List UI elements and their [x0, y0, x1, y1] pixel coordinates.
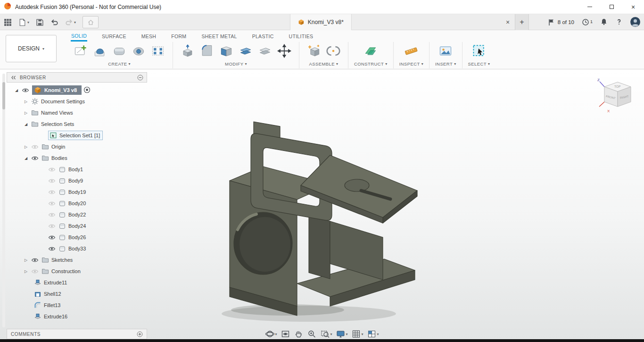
expanded-arrow-icon[interactable]: ◢	[23, 122, 29, 126]
user-avatar[interactable]	[630, 17, 640, 28]
browser-item-extrude16[interactable]: Extrude16	[7, 311, 147, 322]
visibility-eye-icon[interactable]	[31, 258, 40, 263]
minimize-button[interactable]	[579, 0, 601, 14]
tab-sheet-metal[interactable]: SHEET METAL	[201, 32, 237, 41]
look-at-button[interactable]	[281, 329, 290, 339]
group-label-assemble[interactable]: ASSEMBLE▾	[309, 61, 339, 67]
visibility-eye-icon[interactable]	[48, 178, 57, 184]
offset-face-button[interactable]	[256, 42, 274, 60]
maximize-button[interactable]	[601, 0, 622, 14]
view-cube[interactable]: Z X TOP FRONT RIGHT	[596, 76, 639, 120]
group-label-modify[interactable]: MODIFY▾	[225, 61, 247, 67]
collapsed-arrow-icon[interactable]: ▷	[23, 269, 29, 274]
browser-item-fillet13[interactable]: Fillet13	[7, 300, 147, 311]
browser-item-construction[interactable]: ▷Construction	[7, 266, 147, 277]
browser-item-body20[interactable]: Body20	[7, 198, 147, 209]
create-form-button[interactable]	[91, 42, 109, 60]
browser-item-extrude11[interactable]: Extrude11	[7, 277, 147, 288]
collapsed-arrow-icon[interactable]: ▷	[23, 100, 29, 104]
browser-item-origin[interactable]: ▷Origin	[7, 141, 147, 152]
group-label-create[interactable]: CREATE▾	[108, 61, 131, 67]
pan-button[interactable]	[294, 329, 303, 339]
add-comment-icon[interactable]	[137, 331, 143, 337]
measure-button[interactable]	[402, 42, 420, 60]
group-label-inspect[interactable]: INSPECT▾	[399, 61, 423, 67]
browser-item-selection-sets[interactable]: ◢Selection Sets	[7, 118, 147, 130]
browser-item-body24[interactable]: Body24	[7, 220, 147, 232]
help-button[interactable]	[615, 18, 623, 26]
tab-form[interactable]: FORM	[171, 32, 187, 41]
browser-item-shell12[interactable]: Shell12	[7, 288, 147, 300]
model-viewport[interactable]: Z X TOP FRONT RIGHT BROWSER ◢	[0, 70, 644, 339]
viewports-button[interactable]: ▾	[367, 329, 379, 339]
visibility-eye-icon[interactable]	[31, 156, 40, 161]
close-button[interactable]: ×	[622, 0, 644, 14]
pending-actions-button[interactable]: 1	[582, 18, 593, 26]
visibility-eye-icon[interactable]	[48, 190, 57, 195]
construction-plane-button[interactable]	[362, 42, 380, 60]
create-box-button[interactable]	[110, 42, 128, 60]
visibility-eye-icon[interactable]	[31, 144, 40, 150]
activate-component-icon[interactable]	[83, 86, 91, 94]
visibility-eye-icon[interactable]	[31, 269, 40, 274]
browser-item-body26[interactable]: Body26	[7, 232, 147, 243]
visibility-eye-icon[interactable]	[48, 167, 57, 172]
expanded-arrow-icon[interactable]: ◢	[13, 88, 20, 92]
scrollbar-thumb[interactable]	[2, 82, 5, 109]
browser-item-body33[interactable]: Body33	[7, 243, 147, 254]
collapse-all-icon[interactable]	[137, 75, 143, 81]
close-tab-button[interactable]: ×	[501, 14, 515, 30]
group-label-select[interactable]: SELECT▾	[468, 61, 490, 67]
expanded-arrow-icon[interactable]: ◢	[23, 156, 29, 160]
file-menu-button[interactable]: ▾	[18, 18, 29, 26]
visibility-eye-icon[interactable]	[48, 246, 57, 251]
document-tab[interactable]: Knomi_V3 v8*	[290, 14, 352, 30]
visibility-eye-icon[interactable]	[22, 88, 30, 93]
collapsed-arrow-icon[interactable]: ▷	[23, 111, 29, 115]
group-label-insert[interactable]: INSERT▾	[435, 61, 456, 67]
create-sketch-button[interactable]	[72, 42, 90, 60]
fit-button[interactable]: ▾	[320, 329, 332, 339]
joint-button[interactable]	[324, 42, 342, 60]
browser-scrollbar[interactable]	[2, 74, 5, 327]
browser-item-body9[interactable]: Body9	[7, 175, 147, 186]
visibility-eye-icon[interactable]	[48, 201, 57, 206]
fillet-button[interactable]	[198, 42, 216, 60]
tab-plastic[interactable]: PLASTIC	[252, 32, 274, 41]
browser-item-body19[interactable]: Body19	[7, 186, 147, 198]
zoom-button[interactable]	[307, 329, 316, 339]
data-panel-button[interactable]	[4, 18, 12, 26]
tab-utilities[interactable]: UTILITIES	[289, 32, 314, 41]
select-button[interactable]	[470, 42, 488, 60]
notifications-button[interactable]	[600, 18, 608, 26]
rectangular-pattern-button[interactable]	[149, 42, 167, 60]
workspace-selector[interactable]: DESIGN ▾	[6, 35, 57, 62]
display-settings-button[interactable]: ▾	[336, 329, 347, 339]
new-component-button[interactable]	[305, 42, 323, 60]
move-copy-button[interactable]	[275, 42, 293, 60]
redo-button[interactable]: ▾	[65, 18, 76, 26]
browser-item-named-views[interactable]: ▷Named Views	[7, 107, 147, 118]
home-view-button[interactable]	[83, 16, 99, 28]
tab-solid[interactable]: SOLID	[71, 32, 87, 42]
comments-bar[interactable]: COMMENTS	[7, 329, 147, 339]
collapse-browser-icon[interactable]	[10, 75, 17, 81]
press-pull-button[interactable]	[179, 42, 197, 60]
collapsed-arrow-icon[interactable]: ▷	[23, 145, 29, 149]
grid-snaps-button[interactable]: ▾	[352, 329, 363, 339]
undo-button[interactable]	[50, 18, 58, 26]
combine-button[interactable]	[237, 42, 255, 60]
browser-item-body22[interactable]: Body22	[7, 209, 147, 220]
insert-canvas-button[interactable]	[437, 42, 454, 60]
collapsed-arrow-icon[interactable]: ▷	[23, 258, 29, 262]
model-3d-part[interactable]	[222, 114, 429, 331]
job-status-button[interactable]: 8 of 10	[548, 18, 574, 26]
browser-item-root[interactable]: ◢ Knomi_V3 v8	[7, 84, 147, 96]
save-button[interactable]	[36, 18, 44, 26]
new-tab-button[interactable]: +	[515, 14, 529, 30]
group-label-construct[interactable]: CONSTRUCT▾	[354, 61, 388, 67]
orbit-button[interactable]: ▾	[265, 329, 277, 339]
visibility-eye-icon[interactable]	[48, 224, 57, 229]
browser-item-body1[interactable]: Body1	[7, 164, 147, 175]
shell-button[interactable]	[217, 42, 235, 60]
